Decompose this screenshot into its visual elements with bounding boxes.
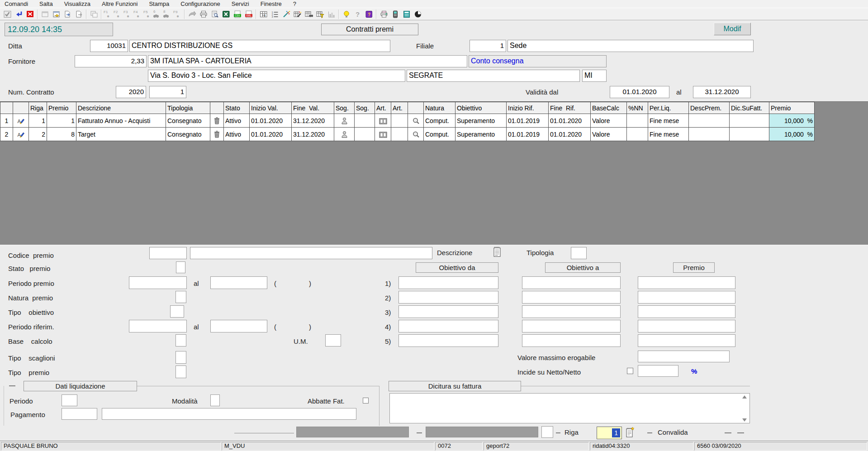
cell-natura[interactable]: Comput. <box>424 128 455 141</box>
tipo-premio-field[interactable] <box>175 366 186 378</box>
grid-row-1[interactable]: 1 A 1 1 Fatturato Annuo - Acquisti Conse… <box>0 114 815 128</box>
contract-year-field[interactable]: 2020 <box>116 86 146 98</box>
obiettivo-da-5-field[interactable] <box>398 334 498 347</box>
clock-icon[interactable] <box>412 9 423 19</box>
cell-descprem[interactable] <box>689 128 730 141</box>
f5-button[interactable]: F5● <box>143 9 153 19</box>
f1-button[interactable]: F1● <box>103 9 113 19</box>
descrizione-premio-field[interactable] <box>190 247 432 259</box>
cell-dicsufatt[interactable] <box>730 128 769 141</box>
ditta-code-field[interactable]: 10031 <box>90 40 128 52</box>
cell-premio[interactable]: 8 <box>47 128 76 141</box>
valore-massimo-field[interactable] <box>638 351 730 362</box>
card-icon[interactable] <box>375 114 391 128</box>
periodo-rif-a-field[interactable] <box>210 320 267 332</box>
footer-button-blank-2[interactable] <box>426 427 538 437</box>
address-field[interactable]: Via S. Bovio 3 - Loc. San Felice <box>148 70 405 82</box>
cell-descrizione[interactable]: Target <box>76 128 166 141</box>
magnifier-icon[interactable] <box>408 114 424 128</box>
doc-export-icon[interactable] <box>73 9 85 19</box>
cancel-icon[interactable] <box>24 9 36 19</box>
cell-inizio-rif[interactable]: 01.01.2019 <box>507 114 549 128</box>
premio-1-field[interactable] <box>638 276 735 289</box>
trash-icon[interactable] <box>210 114 224 128</box>
cell-fine-rif[interactable]: 01.01.2020 <box>549 114 591 128</box>
doc-forward-icon[interactable] <box>62 9 73 19</box>
print-setup-icon[interactable] <box>378 9 389 19</box>
cell-nn[interactable] <box>627 128 648 141</box>
cell-natura[interactable]: Comput. <box>424 114 455 128</box>
valid-from-field[interactable]: 01.01.2020 <box>610 86 669 98</box>
notepad-new-icon[interactable] <box>625 427 635 440</box>
filiale-name-field[interactable]: Sede <box>508 40 754 52</box>
phone-icon[interactable] <box>389 9 401 19</box>
cell-art2[interactable] <box>391 128 408 141</box>
incide-checkbox[interactable] <box>627 368 633 374</box>
cell-sog2[interactable] <box>355 128 375 141</box>
fornitore-name-field[interactable]: 3M ITALIA SPA - CARTOLERIA <box>148 55 467 67</box>
obiettivo-da-4-field[interactable] <box>398 320 498 332</box>
valid-to-field[interactable]: 31.12.2020 <box>693 86 751 98</box>
base-calcolo-field[interactable] <box>175 334 186 347</box>
print-preview-icon[interactable] <box>209 9 220 19</box>
cell-premio[interactable]: 1 <box>47 114 76 128</box>
obiettivo-da-3-field[interactable] <box>398 305 498 318</box>
cascade-icon[interactable] <box>88 9 100 19</box>
menu-visualizza[interactable]: Visualizza <box>64 0 90 7</box>
obiettivo-a-4-field[interactable] <box>522 320 621 332</box>
tipologia-field[interactable] <box>571 247 587 259</box>
grid-row-2[interactable]: 2 A 2 8 Target Consegnato Attivo 01.01.2… <box>0 128 815 141</box>
cell-obiettivo[interactable]: Superamento <box>455 128 507 141</box>
periodo-premio-da-field[interactable] <box>129 276 187 289</box>
cell-inizio-val[interactable]: 01.01.2020 <box>250 128 292 141</box>
f3-button[interactable]: F3● <box>123 9 133 19</box>
province-field[interactable]: MI <box>582 70 607 82</box>
contract-number-field[interactable]: 1 <box>149 86 186 98</box>
stato-premio-field[interactable] <box>176 261 185 273</box>
cell-inizio-val[interactable]: 01.01.2020 <box>250 114 292 128</box>
pagamento-desc-field[interactable] <box>102 408 356 420</box>
cell-tipologia[interactable]: Consegnato <box>166 114 210 128</box>
cell-fine-rif[interactable]: 01.01.2020 <box>549 128 591 141</box>
conto-consegna-field[interactable]: Conto consegna <box>469 55 607 67</box>
wizard-icon[interactable] <box>280 9 292 19</box>
premio-5-field[interactable] <box>638 334 735 347</box>
edit-pen-icon[interactable]: A <box>13 128 29 141</box>
person-icon[interactable] <box>334 128 355 141</box>
obiettivo-a-3-field[interactable] <box>522 305 621 318</box>
magnifier-icon[interactable] <box>408 128 424 141</box>
cell-tipologia[interactable]: Consegnato <box>166 128 210 141</box>
obiettivo-a-2-field[interactable] <box>522 291 621 304</box>
obiettivo-a-1-field[interactable] <box>522 276 621 289</box>
enter-icon[interactable] <box>13 9 24 19</box>
cell-fine-val[interactable]: 31.12.2020 <box>292 128 334 141</box>
send-icon[interactable] <box>186 9 198 19</box>
window-open-icon[interactable] <box>51 9 62 19</box>
row-number[interactable]: 2 <box>0 128 13 141</box>
footer-small-field[interactable] <box>541 426 553 438</box>
tipo-obiettivo-field[interactable] <box>170 305 184 318</box>
numbered-list-icon[interactable]: 123 <box>269 9 280 19</box>
calculator-icon[interactable] <box>401 9 412 19</box>
search6-icon[interactable]: 6 <box>153 9 163 19</box>
cell-perliq[interactable]: Fine mese <box>648 114 689 128</box>
table-wizard-icon[interactable] <box>292 9 303 19</box>
f4-button[interactable]: F4● <box>133 9 143 19</box>
codice-premio-field[interactable] <box>149 247 187 259</box>
menu-configurazione[interactable]: Configurazione <box>180 0 220 7</box>
table-sum-icon[interactable]: +a <box>258 9 269 19</box>
obiettivo-da-1-field[interactable] <box>398 276 498 289</box>
cell-basecalc[interactable]: Valore <box>591 128 627 141</box>
city-field[interactable]: SEGRATE <box>407 70 580 82</box>
menu-salta[interactable]: Salta <box>39 0 53 7</box>
cell-riga[interactable]: 2 <box>29 128 47 141</box>
scroll-up-icon[interactable] <box>742 395 747 399</box>
scroll-down-icon[interactable] <box>742 418 747 422</box>
person-icon[interactable] <box>334 114 355 128</box>
lightbulb-icon[interactable] <box>341 9 352 19</box>
menu-stampa[interactable]: Stampa <box>149 0 169 7</box>
menu-help[interactable]: ? <box>293 0 296 7</box>
cell-inizio-rif[interactable]: 01.01.2019 <box>507 128 549 141</box>
premio-4-field[interactable] <box>638 320 735 332</box>
ditta-name-field[interactable]: CENTRO DISTRIBUZIONE GS <box>129 40 390 52</box>
